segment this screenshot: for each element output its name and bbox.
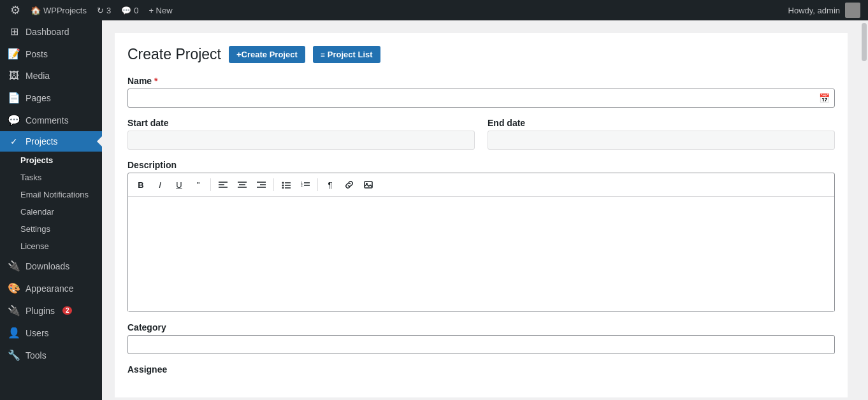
sidebar-item-pages[interactable]: 📄 Pages bbox=[0, 87, 102, 109]
sidebar-item-comments[interactable]: 💬 Comments bbox=[0, 109, 102, 131]
svg-point-13 bbox=[282, 187, 284, 189]
adminbar-right: Howdy, admin bbox=[788, 3, 863, 18]
assignee-label: Assignee bbox=[127, 364, 835, 375]
submenu-item-settings[interactable]: Settings bbox=[0, 220, 102, 238]
unordered-list-button[interactable] bbox=[277, 176, 295, 194]
description-editor-body[interactable] bbox=[128, 197, 834, 311]
pages-icon: 📄 bbox=[8, 92, 20, 104]
format-button[interactable]: ¶ bbox=[321, 176, 339, 194]
users-icon: 👤 bbox=[8, 327, 20, 339]
content-wrap: Create Project +Create Project ≡ Project… bbox=[115, 33, 848, 397]
page-title: Create Project bbox=[127, 46, 221, 63]
admin-bar: ⚙ 🏠 WPProjects ↻ 3 💬 0 + New Howdy, admi… bbox=[0, 0, 868, 20]
sidebar-item-projects[interactable]: ✓ Projects bbox=[0, 131, 102, 152]
date-row: Start date End date bbox=[127, 118, 835, 150]
ordered-list-button[interactable]: 1.2. bbox=[296, 176, 314, 194]
svg-point-9 bbox=[282, 182, 284, 184]
editor-toolbar: B I U " bbox=[128, 173, 834, 197]
projects-icon: ✓ bbox=[8, 136, 20, 146]
create-project-button[interactable]: +Create Project bbox=[229, 46, 305, 63]
sidebar: ⊞ Dashboard 📝 Posts 🖼 Media 📄 Pages 💬 Co… bbox=[0, 20, 102, 400]
submenu-item-email-notifications[interactable]: Email Notifications bbox=[0, 186, 102, 203]
wp-logo[interactable]: ⚙ bbox=[5, 0, 25, 20]
comments-item[interactable]: 💬 0 bbox=[116, 0, 143, 20]
site-name[interactable]: 🏠 WPProjects bbox=[25, 0, 92, 20]
posts-icon: 📝 bbox=[8, 48, 20, 60]
sidebar-item-media[interactable]: 🖼 Media bbox=[0, 65, 102, 87]
name-required: * bbox=[154, 76, 157, 86]
plugins-badge: 2 bbox=[62, 306, 73, 315]
sidebar-item-plugins[interactable]: 🔌 Plugins 2 bbox=[0, 299, 102, 322]
name-input[interactable] bbox=[127, 89, 835, 108]
align-left-button[interactable] bbox=[214, 176, 232, 194]
name-input-wrapper: 📅 bbox=[127, 89, 835, 108]
align-right-button[interactable] bbox=[252, 176, 270, 194]
comments-icon: 💬 bbox=[8, 114, 20, 126]
category-field: Category bbox=[127, 322, 835, 354]
media-icon: 🖼 bbox=[8, 70, 20, 82]
description-editor: B I U " bbox=[127, 173, 835, 312]
end-date-label: End date bbox=[488, 118, 835, 128]
new-item[interactable]: + New bbox=[143, 0, 177, 20]
scrollbar-track[interactable] bbox=[860, 20, 868, 400]
start-date-field: Start date bbox=[127, 118, 475, 150]
align-center-button[interactable] bbox=[233, 176, 251, 194]
appearance-icon: 🎨 bbox=[8, 282, 20, 294]
plugins-icon: 🔌 bbox=[8, 304, 20, 317]
dashboard-icon: ⊞ bbox=[8, 25, 20, 38]
active-arrow bbox=[97, 136, 102, 146]
main-content: Create Project +Create Project ≡ Project… bbox=[102, 20, 860, 400]
submenu-item-tasks[interactable]: Tasks bbox=[0, 169, 102, 186]
assignee-field-partial: Assignee bbox=[127, 364, 835, 375]
description-label: Description bbox=[127, 160, 835, 170]
tools-icon: 🔧 bbox=[8, 349, 20, 361]
calendar-icon: 📅 bbox=[819, 93, 830, 103]
scrollbar-thumb[interactable] bbox=[862, 23, 867, 61]
page-title-row: Create Project +Create Project ≡ Project… bbox=[127, 46, 835, 63]
updates-item[interactable]: ↻ 3 bbox=[92, 0, 116, 20]
submenu-item-projects[interactable]: Projects bbox=[0, 152, 102, 169]
sidebar-item-posts[interactable]: 📝 Posts bbox=[0, 43, 102, 65]
avatar[interactable] bbox=[845, 3, 860, 18]
submenu-item-calendar[interactable]: Calendar bbox=[0, 203, 102, 220]
submenu-item-license[interactable]: License bbox=[0, 238, 102, 255]
italic-button[interactable]: I bbox=[151, 176, 169, 194]
svg-text:2.: 2. bbox=[301, 183, 303, 187]
category-label: Category bbox=[127, 322, 835, 332]
name-label: Name * bbox=[127, 76, 835, 86]
category-input[interactable] bbox=[127, 335, 835, 354]
sidebar-item-downloads[interactable]: 🔌 Downloads bbox=[0, 255, 102, 277]
sidebar-item-appearance[interactable]: 🎨 Appearance bbox=[0, 277, 102, 299]
start-date-label: Start date bbox=[127, 118, 475, 128]
link-button[interactable] bbox=[340, 176, 358, 194]
sidebar-item-dashboard[interactable]: ⊞ Dashboard bbox=[0, 20, 102, 43]
projects-submenu: Projects Tasks Email Notifications Calen… bbox=[0, 152, 102, 255]
quote-button[interactable]: " bbox=[189, 176, 207, 194]
sidebar-item-users[interactable]: 👤 Users bbox=[0, 322, 102, 344]
name-field: Name * 📅 bbox=[127, 76, 835, 108]
toolbar-divider-1 bbox=[210, 178, 211, 191]
toolbar-divider-3 bbox=[317, 178, 318, 191]
project-list-button[interactable]: ≡ Project List bbox=[313, 46, 380, 63]
description-field: Description B I U " bbox=[127, 160, 835, 312]
sidebar-item-tools[interactable]: 🔧 Tools bbox=[0, 344, 102, 366]
bold-button[interactable]: B bbox=[132, 176, 150, 194]
list-icon: ≡ bbox=[321, 50, 325, 59]
image-button[interactable] bbox=[359, 176, 377, 194]
downloads-icon: 🔌 bbox=[8, 260, 20, 272]
toolbar-divider-2 bbox=[273, 178, 274, 191]
end-date-field: End date bbox=[488, 118, 835, 150]
underline-button[interactable]: U bbox=[170, 176, 188, 194]
svg-point-11 bbox=[282, 185, 284, 187]
end-date-input[interactable] bbox=[488, 131, 835, 150]
start-date-input[interactable] bbox=[127, 131, 475, 150]
